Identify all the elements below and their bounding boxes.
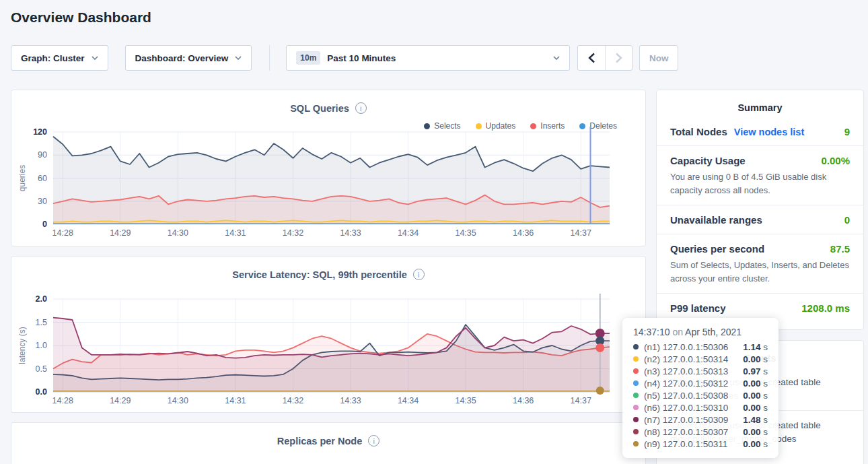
time-step-buttons [577,45,632,71]
y-tick-label: 0.0 [36,387,47,397]
node-address: (n6) 127.0.0.1:50310 [644,403,728,413]
node-address: (n7) 127.0.0.1:50309 [644,415,728,425]
graph-scope-label: Graph: Cluster [21,53,85,63]
x-tick-label: 14:32 [283,396,303,405]
summary-label: Capacity Usage [670,155,746,166]
y-tick-label: 0 [42,220,47,229]
tooltip-row: (n2) 127.0.0.1:503140.00 s [633,353,768,365]
info-icon[interactable]: i [368,435,379,446]
graph-scope-dropdown[interactable]: Graph: Cluster [11,45,108,71]
time-range-dropdown[interactable]: 10m Past 10 Minutes [286,45,570,71]
x-tick-label: 14:28 [52,228,73,238]
tooltip-row: (n7) 127.0.0.1:503091.48 s [633,413,768,426]
node-address: (n9) 127.0.0.1:50311 [644,439,727,449]
hover-marker-dot [596,387,604,395]
summary-description: You are using 0 B of 4.5 GiB usable disk… [670,170,850,197]
summary-label: Queries per second [670,243,764,255]
chart-title: Replicas per Node [277,436,363,446]
y-tick-label: 1.5 [36,318,47,327]
node-latency-value: 1.48 s [743,415,768,425]
summary-description: Sum of Selects, Updates, Inserts, and De… [670,259,850,285]
time-forward-button[interactable] [605,46,632,70]
x-tick-label: 14:34 [398,396,419,405]
node-latency-value: 0.00 s [743,354,768,364]
overview-dashboard-page: Overview Dashboard Graph: Cluster Dashbo… [0,0,868,464]
y-axis-label: queries [17,165,27,191]
x-tick-label: 14:37 [571,228,591,238]
sql-queries-chart-card: SQL Queries i SelectsUpdatesInsertsDelet… [11,90,646,246]
summary-row: Unavailable ranges0 [657,205,863,234]
chevron-down-icon [553,56,560,60]
x-tick-label: 14:29 [110,396,131,405]
node-latency-value: 0.97 s [743,366,768,376]
summary-row: Queries per second87.5Sum of Selects, Up… [657,234,863,294]
y-tick-label: 2.0 [36,294,47,304]
summary-label: Unavailable ranges [670,214,762,226]
y-axis-label: latency (s) [17,327,27,364]
chevron-right-icon [615,53,622,63]
x-tick-label: 14:33 [340,228,361,238]
node-latency-value: 0.00 s [743,378,768,389]
x-tick-label: 14:36 [513,228,534,238]
tooltip-row: (n3) 127.0.0.1:503130.97 s [633,365,768,377]
node-latency-value: 0.00 s [743,439,768,449]
hover-marker-dot [595,343,604,352]
summary-value: 9 [844,126,850,137]
node-color-dot [633,429,639,434]
x-tick-label: 14:37 [571,396,591,405]
y-tick-label: 0.5 [36,364,47,374]
sql-queries-chart[interactable]: 030609012014:2814:2914:3014:3114:3214:33… [11,90,645,246]
service-latency-chart-card: Service Latency: SQL, 99th percentile i … [11,256,646,413]
time-range-badge: 10m [296,51,320,65]
y-tick-label: 120 [33,127,47,137]
node-color-dot [633,368,639,374]
node-color-dot [633,380,639,386]
replicas-chart-header: Replicas per Node i [11,435,645,446]
time-back-button[interactable] [578,46,605,70]
x-tick-label: 14:36 [513,396,534,405]
view-nodes-list-link[interactable]: View nodes list [734,127,805,137]
tooltip-row: (n5) 127.0.0.1:503080.00 s [633,389,768,401]
service-latency-chart[interactable]: 0.00.51.01.52.014:2814:2914:3014:3114:32… [11,257,645,412]
summary-row: Capacity Usage0.00%You are using 0 B of … [657,146,863,205]
node-address: (n8) 127.0.0.1:50307 [644,427,728,437]
node-color-dot [633,417,639,422]
tooltip-row: (n8) 127.0.0.1:503070.00 s [633,426,768,438]
tooltip-rows: (n1) 127.0.0.1:503061.14 s(n2) 127.0.0.1… [633,341,768,450]
tooltip-timestamp: 14:37:10 on Apr 5th, 2021 [633,327,768,337]
summary-rows: Total NodesView nodes list9Capacity Usag… [657,117,863,322]
time-range-label: Past 10 Minutes [327,53,546,63]
summary-value: 0.00% [821,155,850,166]
chevron-down-icon [92,56,98,60]
y-tick-label: 1.0 [36,341,47,350]
tooltip-row: (n4) 127.0.0.1:503120.00 s [633,377,768,389]
dashboard-controls: Graph: Cluster Dashboard: Overview 10m P… [11,45,678,71]
summary-label: Total Nodes [670,126,727,137]
node-color-dot [633,441,639,446]
node-latency-value: 1.14 s [743,342,768,352]
node-address: (n2) 127.0.0.1:50314 [644,354,728,364]
x-tick-label: 14:29 [110,228,131,238]
node-address: (n5) 127.0.0.1:50308 [644,391,728,401]
dashboard-dropdown[interactable]: Dashboard: Overview [125,45,252,71]
now-button[interactable]: Now [639,45,678,71]
x-tick-label: 14:31 [225,396,246,405]
node-latency-value: 0.00 s [743,391,768,401]
tooltip-row: (n6) 127.0.0.1:503100.00 s [633,401,768,413]
summary-panel-title: Summary [657,90,863,117]
chevron-down-icon [235,56,242,60]
node-color-dot [633,405,639,410]
page-title: Overview Dashboard [11,9,151,26]
node-address: (n3) 127.0.0.1:50313 [644,366,728,376]
x-tick-label: 14:33 [340,396,361,405]
node-address: (n1) 127.0.0.1:50306 [644,342,728,352]
node-color-dot [633,356,639,362]
y-tick-label: 60 [38,174,47,183]
dashboard-dropdown-label: Dashboard: Overview [135,53,229,63]
node-color-dot [633,344,639,350]
y-tick-label: 30 [38,197,47,206]
chevron-left-icon [588,53,595,63]
x-tick-label: 14:35 [455,228,476,238]
summary-panel: Summary Total NodesView nodes list9Capac… [656,90,864,330]
node-latency-value: 0.00 s [743,403,768,413]
